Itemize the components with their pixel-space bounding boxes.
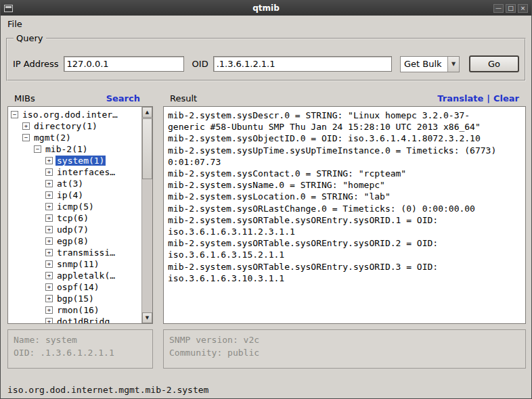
tree-item-label[interactable]: mib-2(1) [44,144,89,154]
status-bar: iso.org.dod.internet.mgmt.mib-2.system [7,385,208,395]
snmp-community: Community: public [169,346,520,359]
mib-tree: −iso.org.dod.inter…+directory(1)−mgmt(2)… [8,107,141,323]
query-row: IP Address OID Get Bulk ▼ Go [13,55,519,72]
tree-item-label[interactable]: appletalk(… [56,271,116,281]
tree-item-label[interactable]: iso.org.dod.inter… [21,110,119,120]
close-button[interactable]: × [518,4,528,13]
result-text[interactable]: mib-2.system.sysDescr.0 = STRING: "Linux… [164,107,525,287]
window-title: qtmib [1,3,531,13]
expand-icon[interactable]: + [22,122,30,130]
method-select[interactable]: Get Bulk ▼ [400,56,460,72]
expand-icon[interactable]: + [45,203,53,210]
tree-item[interactable]: +interfaces… [8,166,141,178]
tree-item[interactable]: +transmissi… [8,247,141,258]
tree-item-label[interactable]: ospf(14) [56,282,101,292]
tree-item[interactable]: +appletalk(… [8,270,141,281]
app-window: qtmib — □ × File Query IP Address OID Ge… [0,0,532,399]
scrollbar-thumb[interactable] [142,118,152,179]
titlebar-buttons: — □ × [493,4,528,13]
collapse-icon[interactable]: − [11,111,18,118]
expand-icon[interactable]: + [45,180,53,187]
expand-icon[interactable]: + [45,214,53,222]
tree-item[interactable]: −mgmt(2) [8,132,141,143]
expand-icon[interactable]: + [45,295,53,302]
method-select-value: Get Bulk [401,59,447,69]
expand-icon[interactable]: + [45,283,53,291]
expand-icon[interactable]: + [45,260,53,268]
tree-item-label[interactable]: ip(4) [56,190,85,200]
mibs-label: MIBs [14,93,35,103]
minimize-button[interactable]: — [493,4,504,13]
tree-item-label[interactable]: egp(8) [56,236,90,246]
menu-file[interactable]: File [1,17,29,31]
expand-icon[interactable]: + [45,249,53,256]
tree-item-label[interactable]: rmon(16) [56,305,101,315]
result-links: Translate|Clear [437,93,519,103]
ip-address-label: IP Address [13,59,59,69]
expand-icon[interactable]: + [45,318,53,323]
clear-link[interactable]: Clear [493,93,519,103]
scroll-up-icon[interactable]: ▲ [142,107,152,118]
tree-item-label[interactable]: mgmt(2) [32,133,72,143]
tree-item-label[interactable]: snmp(11) [56,259,101,269]
tree-item[interactable]: +egp(8) [8,235,141,247]
oid-label: OID [192,59,208,69]
tree-scrollbar[interactable]: ▲ ▼ [141,107,152,323]
link-separator: | [487,93,490,103]
expand-icon[interactable]: + [45,168,53,176]
tree-item-label[interactable]: icmp(5) [56,202,95,212]
tree-item-label[interactable]: bgp(15) [56,294,95,304]
tree-item-label[interactable]: transmissi… [56,248,116,258]
tree-item-label[interactable]: udp(7) [56,225,90,235]
tree-item[interactable]: +ospf(14) [8,281,141,293]
result-panel: mib-2.system.sysDescr.0 = STRING: "Linux… [163,106,526,324]
tree-item-label[interactable]: tcp(6) [56,213,90,223]
node-oid: OID: .1.3.6.1.2.1.1 [14,346,147,359]
tree-item[interactable]: +udp(7) [8,224,141,235]
go-button[interactable]: Go [469,55,519,72]
snmp-info-box: SNMP version: v2c Community: public [163,329,526,369]
node-info-box: Name: system OID: .1.3.6.1.2.1.1 [7,329,153,369]
expand-icon[interactable]: + [45,226,53,233]
scroll-down-icon[interactable]: ▼ [142,312,152,323]
tree-item[interactable]: +directory(1) [8,120,141,132]
tree-item[interactable]: +at(3) [8,178,141,189]
result-label: Result [170,93,197,103]
tree-item[interactable]: +tcp(6) [8,212,141,224]
mib-tree-panel: −iso.org.dod.inter…+directory(1)−mgmt(2)… [7,106,153,324]
tree-item[interactable]: +rmon(16) [8,304,141,316]
tree-item-label[interactable]: system(1) [56,156,106,166]
snmp-version: SNMP version: v2c [169,333,520,346]
translate-link[interactable]: Translate [437,93,483,103]
ip-address-input[interactable] [64,56,184,72]
expand-icon[interactable]: + [45,272,53,279]
expand-icon[interactable]: + [45,191,53,199]
tree-item[interactable]: +ip(4) [8,189,141,201]
tree-item-label[interactable]: interfaces… [56,167,116,177]
tree-item[interactable]: −iso.org.dod.inter… [8,109,141,120]
expand-icon[interactable]: + [45,306,53,314]
result-header: Result Translate|Clear [170,93,519,104]
titlebar[interactable]: qtmib — □ × [1,1,531,16]
query-group: Query IP Address OID Get Bulk ▼ Go [6,38,526,81]
collapse-icon[interactable]: − [22,134,30,141]
tree-item-label[interactable]: at(3) [56,179,85,189]
tree-item[interactable]: +icmp(5) [8,201,141,212]
collapse-icon[interactable]: − [34,145,41,153]
tree-item[interactable]: +dot1dBridg… [8,316,141,323]
maximize-button[interactable]: □ [506,4,516,13]
tree-item[interactable]: +system(1) [8,155,141,166]
tree-item[interactable]: −mib-2(1) [8,143,141,155]
oid-input[interactable] [213,56,392,72]
tree-item[interactable]: +bgp(15) [8,293,141,304]
mibs-header: MIBs Search [14,93,140,104]
search-link[interactable]: Search [106,93,140,103]
query-group-label: Query [14,33,46,43]
tree-item-label[interactable]: dot1dBridg… [56,316,116,323]
chevron-down-icon[interactable]: ▼ [447,57,459,72]
node-name: Name: system [14,333,147,346]
tree-item-label[interactable]: directory(1) [32,121,99,131]
tree-item[interactable]: +snmp(11) [8,258,141,270]
expand-icon[interactable]: + [45,157,53,164]
expand-icon[interactable]: + [45,237,53,245]
